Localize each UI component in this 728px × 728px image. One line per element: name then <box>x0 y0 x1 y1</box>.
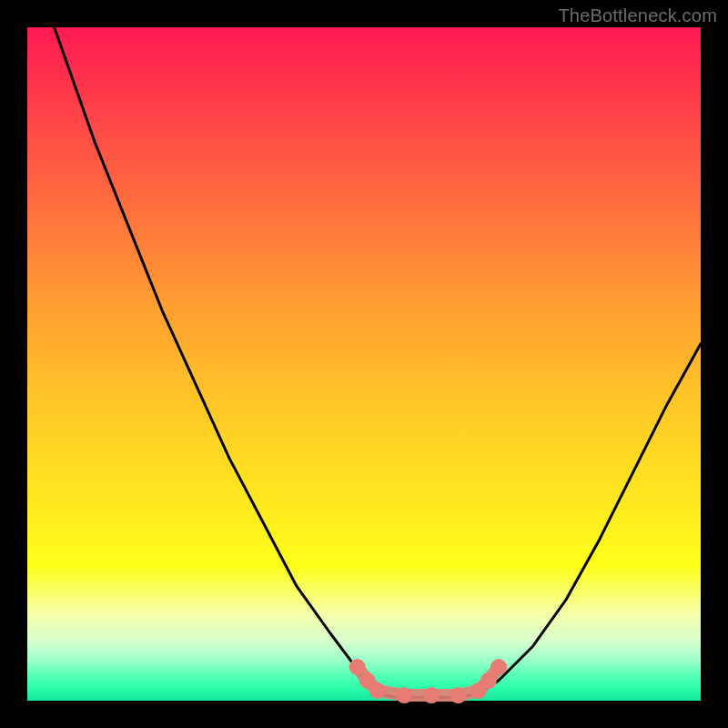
marker-dot <box>490 659 507 675</box>
chart-frame: TheBottleneck.com <box>0 0 728 728</box>
chart-lines <box>55 27 701 697</box>
marker-dot <box>480 672 497 689</box>
curve-right-curve <box>479 344 701 694</box>
chart-svg <box>27 27 701 701</box>
marker-dot <box>396 687 412 703</box>
attribution-text: TheBottleneck.com <box>558 5 717 26</box>
marker-dot <box>423 687 440 703</box>
curve-left-curve <box>55 27 378 694</box>
marker-dot <box>349 659 366 675</box>
marker-dot <box>369 682 386 699</box>
chart-markers <box>349 659 507 703</box>
marker-dot <box>450 687 467 703</box>
